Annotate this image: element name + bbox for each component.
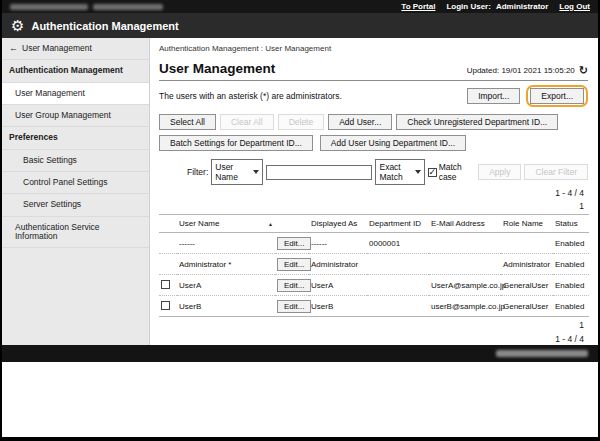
row-checkbox[interactable]	[161, 280, 170, 289]
to-portal-link[interactable]: To Portal	[401, 2, 435, 11]
sidebar-back-label: User Management	[22, 44, 92, 53]
user-name-cell: ------	[177, 233, 275, 254]
pagination-top: 1 - 4 / 4 1	[159, 187, 588, 213]
device-name-redacted-2	[93, 4, 163, 10]
user-name-header-label: User Name	[179, 219, 219, 228]
role-cell: GeneralUser	[501, 296, 553, 317]
main: User Management Authentication Managemen…	[2, 38, 598, 345]
pagination-page: 1	[159, 200, 584, 213]
displayed-as-header: Displayed As	[309, 215, 367, 233]
displayed-as-cell: UserA	[309, 275, 367, 296]
checkbox-column-header	[159, 215, 177, 233]
user-name-cell: Administrator *	[177, 254, 275, 275]
filter-label: Filter:	[187, 167, 208, 177]
user-name-cell: UserA	[177, 275, 275, 296]
apply-button[interactable]: Apply	[478, 164, 521, 180]
admin-note: The users with an asterisk (*) are admin…	[159, 91, 342, 101]
clear-all-button[interactable]: Clear All	[220, 114, 274, 130]
note-row: The users with an asterisk (*) are admin…	[159, 85, 588, 107]
updated-text: Updated: 19/01 2021 15:05:20	[467, 66, 575, 75]
refresh-icon[interactable]	[579, 65, 588, 76]
top-bar-links: To Portal Login User: Administrator Log …	[401, 2, 590, 11]
edit-button[interactable]: Edit...	[277, 258, 311, 271]
delete-button[interactable]: Delete	[278, 114, 325, 130]
table-row: ------ Edit... ------ 0000001 Enabled	[159, 233, 589, 254]
empty-browser-area	[2, 362, 598, 437]
status-cell: Enabled	[553, 296, 589, 317]
breadcrumb: Authentication Management : User Managem…	[159, 44, 588, 53]
edit-button[interactable]: Edit...	[277, 237, 311, 250]
app-title: Authentication Management	[31, 20, 178, 32]
add-user-button[interactable]: Add User...	[328, 114, 392, 130]
email-cell	[429, 233, 501, 254]
content: Authentication Management : User Managem…	[150, 38, 598, 345]
check-unregistered-department-id-button[interactable]: Check Unregistered Department ID...	[396, 114, 558, 130]
pagination-bottom: 1 1 - 4 / 4	[159, 319, 588, 345]
filter-field-value: User Name	[215, 162, 248, 182]
sidebar-item-server-settings[interactable]: Server Settings	[2, 194, 149, 216]
sidebar-item-user-management[interactable]: User Management	[2, 83, 149, 105]
top-bar: To Portal Login User: Administrator Log …	[2, 0, 598, 13]
sidebar-item-control-panel-settings[interactable]: Control Panel Settings	[2, 172, 149, 194]
displayed-as-cell: ------	[309, 233, 367, 254]
status-cell: Enabled	[553, 254, 589, 275]
sidebar-item-user-group-management[interactable]: User Group Management	[2, 105, 149, 127]
department-id-cell	[367, 275, 429, 296]
role-cell	[501, 233, 553, 254]
department-id-cell	[367, 254, 429, 275]
import-button[interactable]: Import...	[467, 88, 520, 104]
log-out-link[interactable]: Log Out	[559, 2, 590, 11]
back-arrow-icon	[9, 44, 18, 53]
chevron-down-icon	[253, 170, 259, 174]
filter-match-value: Exact Match	[379, 162, 409, 182]
device-name-redacted	[10, 4, 88, 10]
edit-column-header	[275, 215, 309, 233]
action-buttons-row-1: Select All Clear All Delete Add User... …	[159, 114, 588, 130]
email-cell: UserA@sample.co.jp	[429, 275, 501, 296]
filter-match-select[interactable]: Exact Match	[375, 159, 424, 185]
edit-button[interactable]: Edit...	[277, 300, 311, 313]
filter-field-select[interactable]: User Name	[211, 159, 263, 185]
role-name-header: Role Name	[501, 215, 553, 233]
match-case-checkbox[interactable]	[428, 168, 437, 177]
browser-frame: To Portal Login User: Administrator Log …	[0, 0, 600, 441]
filter-row: Filter: User Name Exact Match Match case	[187, 159, 588, 185]
match-case-checkbox-wrap[interactable]: Match case	[428, 162, 470, 182]
sidebar-item-authentication-service-information[interactable]: Authentication Service Information	[2, 217, 149, 249]
login-user-value: Administrator	[496, 2, 548, 11]
email-cell	[429, 254, 501, 275]
email-address-header: E-Mail Address	[429, 215, 501, 233]
role-cell: GeneralUser	[501, 275, 553, 296]
row-checkbox[interactable]	[161, 301, 170, 310]
department-id-cell: 0000001	[367, 233, 429, 254]
sidebar-section-preferences: Preferences	[2, 127, 149, 149]
table-row: UserA Edit... UserA UserA@sample.co.jp G…	[159, 275, 589, 296]
sidebar-item-basic-settings[interactable]: Basic Settings	[2, 150, 149, 172]
login-user: Login User: Administrator	[446, 2, 548, 11]
copyright-redacted	[496, 350, 588, 357]
select-all-button[interactable]: Select All	[159, 114, 216, 130]
login-user-label: Login User:	[446, 2, 490, 11]
export-button[interactable]: Export...	[530, 88, 584, 104]
export-highlight-ring: Export...	[526, 85, 588, 107]
status-cell: Enabled	[553, 233, 589, 254]
displayed-as-cell: Administrator	[309, 254, 367, 275]
title-row: User Management Updated: 19/01 2021 15:0…	[159, 61, 588, 81]
batch-settings-department-id-button[interactable]: Batch Settings for Department ID...	[159, 135, 313, 151]
sidebar-section-authentication-management: Authentication Management	[2, 60, 149, 82]
role-cell: Administrator	[501, 254, 553, 275]
pagination-range: 1 - 4 / 4	[159, 187, 584, 200]
pagination-range: 1 - 4 / 4	[159, 333, 584, 345]
updated: Updated: 19/01 2021 15:05:20	[467, 65, 588, 76]
sidebar-back-user-management[interactable]: User Management	[2, 38, 149, 60]
clear-filter-button[interactable]: Clear Filter	[524, 164, 588, 180]
row-checkbox-cell	[159, 275, 177, 296]
row-checkbox-cell	[159, 296, 177, 317]
add-user-using-department-id-button[interactable]: Add User Using Department ID...	[320, 135, 466, 151]
email-cell: userB@sample.co.jp	[429, 296, 501, 317]
user-name-header[interactable]: User Name	[177, 215, 275, 233]
filter-query-input[interactable]	[266, 165, 372, 180]
edit-button[interactable]: Edit...	[277, 279, 311, 292]
table-row: UserB Edit... UserB userB@sample.co.jp G…	[159, 296, 589, 317]
table-row: Administrator * Edit... Administrator Ad…	[159, 254, 589, 275]
